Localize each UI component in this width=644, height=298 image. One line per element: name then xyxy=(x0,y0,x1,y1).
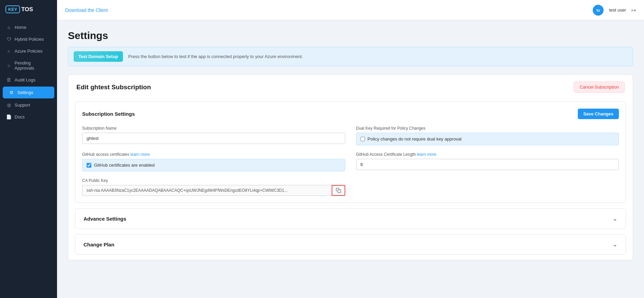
ca-key-input-row xyxy=(82,185,345,196)
sidebar-item-docs[interactable]: 📄 Docs xyxy=(0,111,57,123)
sidebar-item-hybrid-policies[interactable]: 🛡 Hybrid Policies xyxy=(0,33,57,45)
copy-icon xyxy=(336,188,341,193)
avatar: tu xyxy=(593,5,604,16)
sidebar-item-label: Settings xyxy=(17,90,33,95)
gear-icon: ⚙ xyxy=(9,90,14,95)
github-cert-length-label: GitHub Access Certificate Length learn m… xyxy=(356,152,619,157)
sidebar-item-label: Support xyxy=(15,103,30,108)
circle-icon: ○ xyxy=(6,49,12,54)
github-cert-length-input[interactable] xyxy=(356,159,619,170)
content-area: Settings Test Domain Setup Press the but… xyxy=(57,20,644,298)
change-plan-header[interactable]: Change Plan ⌄ xyxy=(75,235,626,254)
github-checkbox-row: GitHub certificates are enabled xyxy=(82,159,345,171)
save-changes-button[interactable]: Save Changes xyxy=(578,109,619,119)
page-title: Settings xyxy=(68,30,633,41)
subscription-name-input[interactable] xyxy=(82,133,345,144)
change-plan-section: Change Plan ⌄ xyxy=(75,234,626,255)
edit-subscription-header: Edit ghtest Subscription Cancel Subscrip… xyxy=(68,75,633,96)
github-certs-label: GitHub access certificates learn more xyxy=(82,152,345,157)
github-certs-group: GitHub access certificates learn more Gi… xyxy=(82,152,345,171)
sidebar-item-label: Docs xyxy=(15,114,25,119)
policy-checkbox-row: Policy changes do not require dual key a… xyxy=(356,133,619,145)
home-icon: ⌂ xyxy=(6,25,12,30)
sidebar-item-audit-logs[interactable]: ☰ Audit Logs xyxy=(0,74,57,86)
svg-rect-0 xyxy=(338,190,341,193)
copy-ca-key-button[interactable] xyxy=(332,185,345,196)
chevron-down-icon: ⌄ xyxy=(612,215,618,222)
logo-tos: TOS xyxy=(21,6,33,13)
github-checkbox-label: GitHub certificates are enabled xyxy=(94,163,154,168)
dual-key-label: Dual Key Required for Policy Changes xyxy=(356,126,619,131)
user-name: test user xyxy=(609,7,626,13)
github-checkbox[interactable] xyxy=(87,163,91,168)
sidebar-item-settings[interactable]: ⚙ Settings xyxy=(3,87,54,98)
advance-settings-header[interactable]: Advance Settings ⌄ xyxy=(75,209,626,228)
cancel-subscription-button[interactable]: Cancel Subscription xyxy=(574,81,625,93)
dual-key-group: Dual Key Required for Policy Changes Pol… xyxy=(356,126,619,145)
github-certs-learn-more[interactable]: learn more xyxy=(130,152,150,157)
logout-icon[interactable]: ↦ xyxy=(631,7,636,13)
shield-icon: 🛡 xyxy=(6,37,12,42)
sidebar-item-label: Hybrid Policies xyxy=(15,37,44,42)
github-cert-length-learn-more[interactable]: learn more xyxy=(417,152,436,157)
subscription-name-group: Subscription Name xyxy=(82,126,345,145)
change-plan-title: Change Plan xyxy=(84,242,114,247)
sidebar-item-azure-policies[interactable]: ○ Azure Policies xyxy=(0,45,57,57)
ca-public-key-label: CA Public Key xyxy=(82,178,345,183)
sidebar-item-label: Azure Policies xyxy=(15,49,42,54)
test-domain-button[interactable]: Test Domain Setup xyxy=(74,51,123,62)
logo-key: KEY xyxy=(5,5,20,13)
sidebar: KEY TOS ⌂ Home 🛡 Hybrid Policies ○ Azure… xyxy=(0,0,57,298)
chevron-down-icon-2: ⌄ xyxy=(612,241,618,248)
sidebar-item-pending-approvals[interactable]: ○ Pending Approvals xyxy=(0,57,57,74)
sidebar-item-label: Home xyxy=(15,25,26,30)
sidebar-item-support[interactable]: ◎ Support xyxy=(0,99,57,111)
form-grid: Subscription Name Dual Key Required for … xyxy=(82,126,619,196)
list-icon: ☰ xyxy=(6,77,12,82)
docs-icon: 📄 xyxy=(6,114,12,119)
test-domain-banner: Test Domain Setup Press the button below… xyxy=(68,47,633,66)
logo: KEY TOS xyxy=(0,0,57,20)
download-client-link[interactable]: Download the Client xyxy=(65,7,108,13)
sidebar-item-label: Audit Logs xyxy=(15,77,35,82)
circle-icon-2: ○ xyxy=(6,63,12,68)
edit-subscription-card: Edit ghtest Subscription Cancel Subscrip… xyxy=(68,74,633,260)
advance-settings-title: Advance Settings xyxy=(84,216,126,222)
advance-settings-section: Advance Settings ⌄ xyxy=(75,208,626,229)
settings-card-header: Subscription Settings Save Changes xyxy=(82,109,619,119)
policy-checkbox-label: Policy changes do not require dual key a… xyxy=(368,136,462,142)
topbar-right: tu test user ↦ xyxy=(593,5,636,16)
subscription-settings-title: Subscription Settings xyxy=(82,111,135,117)
edit-subscription-title: Edit ghtest Subscription xyxy=(76,83,151,91)
policy-checkbox[interactable] xyxy=(361,137,365,141)
sidebar-item-label: Pending Approvals xyxy=(15,60,51,71)
ca-public-key-input[interactable] xyxy=(82,185,332,196)
support-icon: ◎ xyxy=(6,103,12,108)
sidebar-item-home[interactable]: ⌂ Home xyxy=(0,21,57,33)
main-content: Download the Client tu test user ↦ Setti… xyxy=(57,0,644,298)
ca-public-key-group: CA Public Key xyxy=(82,178,345,196)
test-domain-description: Press the button below to test if the ap… xyxy=(128,54,303,59)
topbar: Download the Client tu test user ↦ xyxy=(57,0,644,20)
subscription-settings-card: Subscription Settings Save Changes Subsc… xyxy=(75,101,626,203)
subscription-name-label: Subscription Name xyxy=(82,126,345,131)
sidebar-nav: ⌂ Home 🛡 Hybrid Policies ○ Azure Policie… xyxy=(0,20,57,298)
github-cert-length-group: GitHub Access Certificate Length learn m… xyxy=(356,152,619,171)
